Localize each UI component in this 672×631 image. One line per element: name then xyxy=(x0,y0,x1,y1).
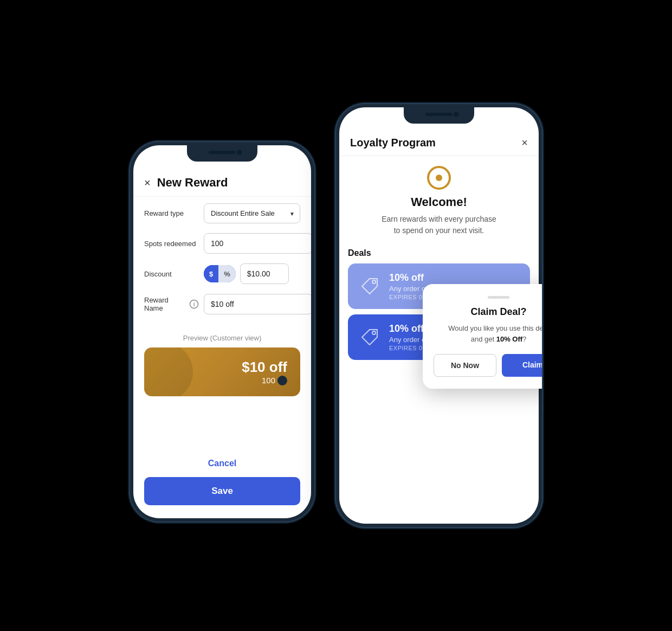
deal-title-1: 10% off xyxy=(389,272,520,284)
deal-tag-icon-1 xyxy=(358,274,382,298)
reward-type-select-wrapper: Discount Entire Sale ▼ xyxy=(204,203,300,223)
reward-card-amount: $10 off xyxy=(242,359,287,376)
card-circle-decoration xyxy=(144,347,193,396)
loyalty-close-button[interactable]: × xyxy=(521,137,528,149)
discount-row: Discount $ % xyxy=(144,263,300,284)
loyalty-icon-inner xyxy=(436,175,442,181)
claim-deal-modal: Claim Deal? Would you like you use this … xyxy=(423,284,542,389)
dollar-toggle[interactable]: $ xyxy=(204,265,218,282)
discount-label: Discount xyxy=(144,270,198,278)
reward-header: × New Reward xyxy=(133,167,311,197)
reward-preview-card: $10 off 100 xyxy=(144,347,300,396)
discount-controls: $ % xyxy=(204,263,300,284)
reward-type-select[interactable]: Discount Entire Sale xyxy=(204,203,300,223)
welcome-title: Welcome! xyxy=(350,195,528,209)
discount-value-input[interactable] xyxy=(240,263,289,284)
left-phone: × New Reward Reward type Discount Entire… xyxy=(130,142,314,521)
reward-type-label: Reward type xyxy=(144,209,198,217)
loyalty-header: Loyalty Program × xyxy=(339,129,539,156)
deal-tag-icon-2 xyxy=(358,325,382,349)
claim-modal-title: Claim Deal? xyxy=(434,306,542,318)
reward-card-spots: 100 xyxy=(242,376,287,385)
claim-modal-text: Would you like you use this deal and get… xyxy=(434,323,542,344)
reward-form: Reward type Discount Entire Sale ▼ Spots… xyxy=(133,197,311,331)
percent-toggle[interactable]: % xyxy=(218,265,236,282)
welcome-text: Earn rewards with every purchase to spen… xyxy=(350,214,528,236)
reward-name-row: Reward Name i xyxy=(144,294,300,314)
close-button[interactable]: × xyxy=(144,177,151,188)
reward-name-input[interactable] xyxy=(204,294,311,314)
reward-name-label: Reward Name i xyxy=(144,296,198,312)
svg-point-0 xyxy=(372,280,376,284)
right-phone: Loyalty Program × Welcome! Earn rewards … xyxy=(336,104,542,527)
loyalty-welcome: Welcome! Earn rewards with every purchas… xyxy=(339,156,539,242)
discount-toggle[interactable]: $ % xyxy=(204,265,236,282)
loyalty-page-title: Loyalty Program xyxy=(350,137,436,149)
claim-modal-actions: No Now Claim xyxy=(434,354,542,377)
svg-point-1 xyxy=(372,331,376,334)
info-icon[interactable]: i xyxy=(190,300,198,308)
claim-button[interactable]: Claim xyxy=(502,354,542,377)
save-button[interactable]: Save xyxy=(144,477,300,505)
reward-page-title: New Reward xyxy=(157,176,228,190)
cancel-button[interactable]: Cancel xyxy=(144,455,300,472)
loyalty-icon xyxy=(427,166,451,190)
form-actions: Cancel Save xyxy=(133,455,311,505)
modal-handle xyxy=(488,296,509,299)
deals-label: Deals xyxy=(348,248,530,258)
reward-type-row: Reward type Discount Entire Sale ▼ xyxy=(144,203,300,223)
preview-label: Preview (Customer view) xyxy=(133,334,311,342)
no-now-button[interactable]: No Now xyxy=(434,354,496,377)
spots-label: Spots redeemed xyxy=(144,240,198,248)
coin-icon xyxy=(277,376,287,385)
spots-input[interactable] xyxy=(204,233,311,254)
spots-redeemed-row: Spots redeemed xyxy=(144,233,300,254)
reward-card-content: $10 off 100 xyxy=(242,359,287,385)
